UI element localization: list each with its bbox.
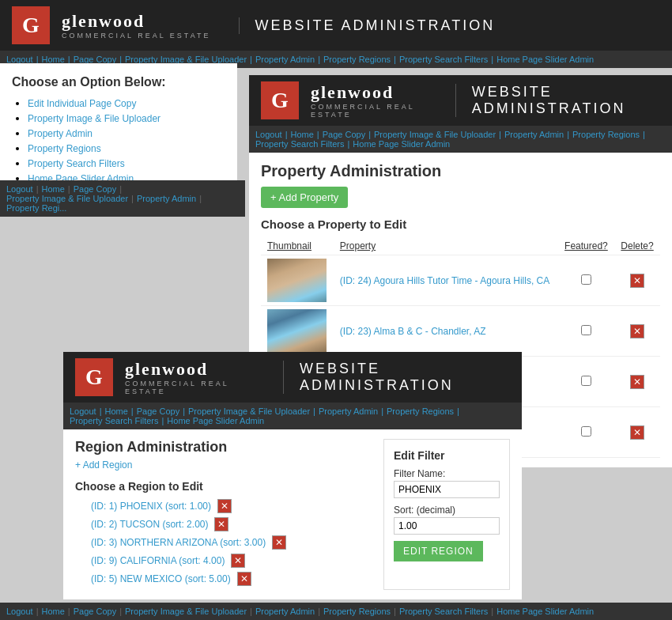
property-link[interactable]: (ID: 24) Agoura Hills Tutor Time - Agour… [340, 275, 549, 286]
b-nav-page-copy[interactable]: Page Copy [74, 607, 116, 616]
nav-search-filters[interactable]: Property Search Filters [399, 55, 488, 64]
b-nav-home[interactable]: Home [42, 607, 65, 616]
b-nav-property-admin[interactable]: Property Admin [255, 607, 315, 616]
p2-nav-property-admin[interactable]: Property Admin [504, 130, 564, 139]
region-link[interactable]: (ID: 2) TUCSON (sort: 2.00) [91, 519, 208, 530]
b-nav-uploader[interactable]: Property Image & File Uploader [125, 607, 247, 616]
r-nav-slider[interactable]: Home Page Slider Admin [167, 416, 264, 425]
p1-nav-uploader[interactable]: Property Image & File Uploader [6, 194, 128, 203]
r-nav-regions[interactable]: Property Regions [387, 406, 454, 416]
region-delete-icon[interactable]: ✕ [217, 499, 232, 513]
r-nav-property-admin[interactable]: Property Admin [319, 406, 378, 416]
b-nav-search[interactable]: Property Search Filters [399, 607, 488, 616]
edit-region-button[interactable]: EDIT REGION [394, 541, 483, 561]
r-nav-search[interactable]: Property Search Filters [70, 416, 158, 425]
property-admin-heading: Property Administration [261, 162, 660, 180]
delete-icon[interactable]: ✕ [630, 324, 644, 338]
featured-cell [558, 255, 614, 306]
p1-nav-page-copy[interactable]: Page Copy [74, 184, 116, 194]
region-link[interactable]: (ID: 5) NEW MEXICO (sort: 5.00) [91, 573, 231, 584]
choose-property-heading: Choose a Property to Edit [261, 217, 660, 231]
list-item: (ID: 3) NORTHERN ARIZONA (sort: 3.00) ✕ [91, 535, 368, 550]
p1-nav-logout[interactable]: Logout [6, 184, 33, 194]
nav-slider-admin[interactable]: Home Page Slider Admin [496, 55, 594, 64]
logo-text: glenwood COMMERCIAL REAL ESTATE [62, 11, 211, 40]
property-thumbnail [267, 259, 327, 302]
property-site-title: WEBSITE ADMINISTRATION [455, 84, 660, 117]
main-wrapper: G glenwood COMMERCIAL REAL ESTATE WEBSIT… [0, 0, 672, 620]
panel1-nav: Logout | Home | Page Copy | Property Ima… [0, 180, 245, 217]
link-regions[interactable]: Property Regions [28, 143, 101, 154]
list-item: Property Regions [28, 142, 225, 154]
delete-icon[interactable]: ✕ [630, 425, 644, 440]
filter-name-input[interactable] [394, 481, 500, 498]
sort-group: Sort: (decimal) [394, 505, 500, 535]
link-uploader[interactable]: Property Image & File Uploader [28, 113, 160, 124]
r-nav-page-copy[interactable]: Page Copy [137, 406, 179, 416]
b-nav-logout[interactable]: Logout [6, 607, 33, 616]
nav-property-regions[interactable]: Property Regions [323, 55, 391, 64]
region-link[interactable]: (ID: 9) CALIFORNIA (sort: 4.00) [91, 555, 225, 566]
options-panel: Choose an Option Below: Edit Individual … [0, 63, 237, 199]
r-nav-home[interactable]: Home [105, 406, 128, 416]
region-link[interactable]: (ID: 1) PHOENIX (sort: 1.00) [91, 501, 211, 512]
featured-checkbox[interactable] [581, 274, 591, 285]
list-item: (ID: 5) NEW MEXICO (sort: 5.00) ✕ [91, 572, 368, 586]
region-nav: Logout | Home | Page Copy | Property Ima… [63, 403, 522, 429]
delete-icon[interactable]: ✕ [630, 274, 644, 288]
link-page-copy[interactable]: Edit Individual Page Copy [28, 98, 136, 109]
logo-box: G [12, 6, 50, 44]
list-item: Property Admin [28, 127, 225, 139]
r-nav-uploader[interactable]: Property Image & File Uploader [188, 406, 310, 416]
filter-name-label: Filter Name: [394, 468, 500, 479]
region-logo-letter: G [85, 365, 103, 390]
p2-nav-slider[interactable]: Home Page Slider Admin [353, 139, 450, 149]
link-property-admin[interactable]: Property Admin [28, 128, 92, 139]
options-heading: Choose an Option Below: [12, 75, 225, 89]
table-row: (ID: 24) Agoura Hills Tutor Time - Agour… [261, 255, 660, 306]
col-delete: Delete? [614, 237, 660, 255]
b-nav-slider[interactable]: Home Page Slider Admin [496, 607, 594, 616]
delete-icon[interactable]: ✕ [630, 375, 644, 389]
p1-nav-home[interactable]: Home [42, 184, 65, 194]
main-header: G glenwood COMMERCIAL REAL ESTATE WEBSIT… [0, 0, 672, 51]
p1-nav-property-admin[interactable]: Property Admin [137, 194, 196, 203]
p2-nav-home[interactable]: Home [291, 130, 314, 139]
nav-property-admin[interactable]: Property Admin [255, 55, 315, 64]
region-admin-heading: Region Administration [75, 439, 368, 456]
featured-checkbox[interactable] [581, 325, 591, 335]
bottom-nav: Logout | Home | Page Copy | Property Ima… [0, 603, 672, 620]
region-link[interactable]: (ID: 3) NORTHERN ARIZONA (sort: 3.00) [91, 537, 266, 548]
property-logo-subtitle: COMMERCIAL REAL ESTATE [311, 103, 428, 119]
p2-nav-search[interactable]: Property Search Filters [255, 139, 344, 149]
region-delete-icon[interactable]: ✕ [214, 517, 228, 531]
property-logo-box: G [261, 81, 299, 119]
p1-nav-region[interactable]: Property Regi... [6, 203, 66, 213]
region-delete-icon[interactable]: ✕ [237, 572, 251, 586]
featured-checkbox[interactable] [581, 376, 591, 386]
region-site-title: WEBSITE ADMINISTRATION [283, 361, 510, 394]
region-list-area: Region Administration + Add Region Choos… [75, 439, 368, 590]
add-property-button[interactable]: + Add Property [261, 187, 348, 208]
p2-nav-page-copy[interactable]: Page Copy [323, 130, 365, 139]
site-title: WEBSITE ADMINISTRATION [239, 17, 496, 34]
edit-filter-heading: Edit Filter [394, 449, 500, 462]
list-item: (ID: 9) CALIFORNIA (sort: 4.00) ✕ [91, 554, 368, 568]
logo-name: glenwood [62, 11, 211, 32]
sort-input[interactable] [394, 517, 500, 535]
region-logo-text: glenwood COMMERCIAL REAL ESTATE [125, 359, 255, 395]
link-search-filters[interactable]: Property Search Filters [28, 158, 125, 169]
b-nav-regions[interactable]: Property Regions [323, 607, 391, 616]
logo-subtitle: COMMERCIAL REAL ESTATE [62, 32, 211, 40]
property-thumbnail [267, 309, 327, 353]
p2-nav-logout[interactable]: Logout [255, 130, 282, 139]
r-nav-logout[interactable]: Logout [70, 406, 96, 416]
add-region-link[interactable]: + Add Region [75, 459, 132, 471]
region-delete-icon[interactable]: ✕ [231, 554, 245, 568]
p2-nav-uploader[interactable]: Property Image & File Uploader [374, 130, 496, 139]
property-link[interactable]: (ID: 23) Alma B & C - Chandler, AZ [340, 326, 486, 337]
region-delete-icon[interactable]: ✕ [272, 535, 286, 550]
featured-checkbox[interactable] [581, 426, 591, 437]
p2-nav-regions[interactable]: Property Regions [572, 130, 640, 139]
delete-cell: ✕ [614, 306, 660, 357]
